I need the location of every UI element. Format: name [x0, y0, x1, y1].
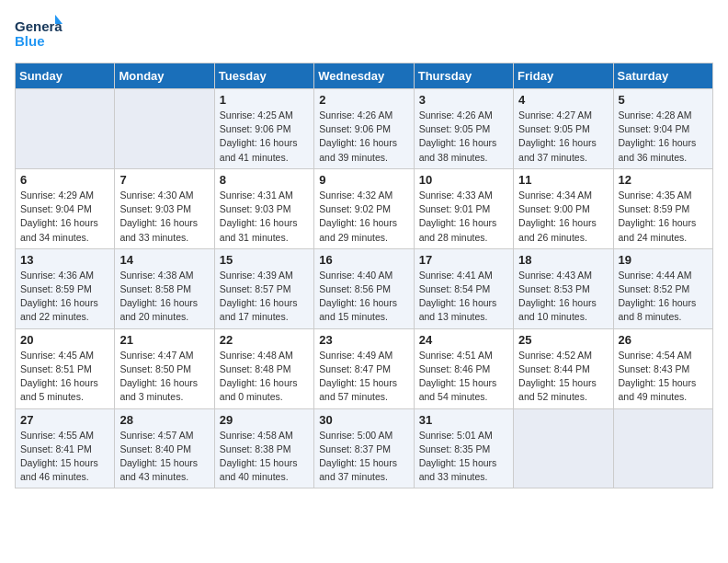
day-info: Sunrise: 4:55 AMSunset: 8:41 PMDaylight:… — [20, 429, 109, 485]
calendar-cell — [115, 89, 214, 169]
day-info: Sunrise: 4:27 AMSunset: 9:05 PMDaylight:… — [518, 109, 608, 165]
calendar-cell: 17Sunrise: 4:41 AMSunset: 8:54 PMDayligh… — [414, 248, 513, 328]
day-info: Sunrise: 4:48 AMSunset: 8:48 PMDaylight:… — [220, 349, 309, 405]
day-info: Sunrise: 4:35 AMSunset: 8:59 PMDaylight:… — [619, 189, 708, 245]
weekday-header-monday: Monday — [115, 63, 214, 89]
day-number: 20 — [20, 333, 109, 347]
calendar-cell: 5Sunrise: 4:28 AMSunset: 9:04 PMDaylight… — [613, 89, 712, 169]
day-number: 11 — [518, 173, 608, 187]
calendar-cell: 11Sunrise: 4:34 AMSunset: 9:00 PMDayligh… — [514, 168, 613, 248]
calendar-week-row: 1Sunrise: 4:25 AMSunset: 9:06 PMDaylight… — [16, 89, 713, 169]
calendar-cell: 23Sunrise: 4:49 AMSunset: 8:47 PMDayligh… — [314, 328, 414, 408]
day-number: 23 — [319, 333, 408, 347]
day-info: Sunrise: 4:57 AMSunset: 8:40 PMDaylight:… — [119, 429, 209, 485]
day-info: Sunrise: 5:00 AMSunset: 8:37 PMDaylight:… — [319, 429, 408, 485]
calendar-cell: 13Sunrise: 4:36 AMSunset: 8:59 PMDayligh… — [16, 248, 115, 328]
day-number: 4 — [518, 93, 608, 107]
day-info: Sunrise: 4:30 AMSunset: 9:03 PMDaylight:… — [119, 189, 209, 245]
calendar-cell: 7Sunrise: 4:30 AMSunset: 9:03 PMDaylight… — [115, 168, 214, 248]
day-number: 25 — [518, 333, 608, 347]
weekday-header-sunday: Sunday — [16, 63, 115, 89]
day-info: Sunrise: 4:33 AMSunset: 9:01 PMDaylight:… — [419, 189, 508, 245]
day-number: 15 — [220, 253, 309, 267]
calendar-cell: 10Sunrise: 4:33 AMSunset: 9:01 PMDayligh… — [414, 168, 513, 248]
calendar-cell: 20Sunrise: 4:45 AMSunset: 8:51 PMDayligh… — [16, 328, 115, 408]
day-number: 30 — [319, 413, 408, 427]
calendar-cell: 28Sunrise: 4:57 AMSunset: 8:40 PMDayligh… — [115, 408, 214, 488]
day-number: 13 — [20, 253, 109, 267]
weekday-header-tuesday: Tuesday — [214, 63, 313, 89]
day-number: 21 — [119, 333, 209, 347]
calendar-cell: 9Sunrise: 4:32 AMSunset: 9:02 PMDaylight… — [314, 168, 414, 248]
day-info: Sunrise: 4:45 AMSunset: 8:51 PMDaylight:… — [20, 349, 109, 405]
calendar-cell: 24Sunrise: 4:51 AMSunset: 8:46 PMDayligh… — [414, 328, 513, 408]
day-number: 24 — [419, 333, 508, 347]
calendar-cell: 12Sunrise: 4:35 AMSunset: 8:59 PMDayligh… — [613, 168, 712, 248]
day-info: Sunrise: 4:47 AMSunset: 8:50 PMDaylight:… — [119, 349, 209, 405]
day-number: 17 — [419, 253, 508, 267]
day-number: 16 — [319, 253, 408, 267]
calendar-cell: 21Sunrise: 4:47 AMSunset: 8:50 PMDayligh… — [115, 328, 214, 408]
calendar-week-row: 13Sunrise: 4:36 AMSunset: 8:59 PMDayligh… — [16, 248, 713, 328]
calendar-cell: 18Sunrise: 4:43 AMSunset: 8:53 PMDayligh… — [514, 248, 613, 328]
calendar-cell: 15Sunrise: 4:39 AMSunset: 8:57 PMDayligh… — [214, 248, 313, 328]
day-number: 29 — [220, 413, 309, 427]
day-number: 1 — [220, 93, 309, 107]
calendar-cell: 19Sunrise: 4:44 AMSunset: 8:52 PMDayligh… — [613, 248, 712, 328]
day-info: Sunrise: 4:51 AMSunset: 8:46 PMDaylight:… — [419, 349, 508, 405]
calendar-table: SundayMondayTuesdayWednesdayThursdayFrid… — [15, 63, 713, 488]
day-number: 27 — [20, 413, 109, 427]
calendar-cell: 31Sunrise: 5:01 AMSunset: 8:35 PMDayligh… — [414, 408, 513, 488]
weekday-header-wednesday: Wednesday — [314, 63, 414, 89]
weekday-header-friday: Friday — [514, 63, 613, 89]
day-info: Sunrise: 4:34 AMSunset: 9:00 PMDaylight:… — [518, 189, 608, 245]
calendar-cell: 14Sunrise: 4:38 AMSunset: 8:58 PMDayligh… — [115, 248, 214, 328]
calendar-cell: 29Sunrise: 4:58 AMSunset: 8:38 PMDayligh… — [214, 408, 313, 488]
day-info: Sunrise: 4:26 AMSunset: 9:05 PMDaylight:… — [419, 109, 508, 165]
calendar-week-row: 27Sunrise: 4:55 AMSunset: 8:41 PMDayligh… — [16, 408, 713, 488]
weekday-header-saturday: Saturday — [613, 63, 712, 89]
day-info: Sunrise: 4:41 AMSunset: 8:54 PMDaylight:… — [419, 269, 508, 325]
day-info: Sunrise: 4:28 AMSunset: 9:04 PMDaylight:… — [619, 109, 708, 165]
day-info: Sunrise: 4:39 AMSunset: 8:57 PMDaylight:… — [220, 269, 309, 325]
calendar-cell: 27Sunrise: 4:55 AMSunset: 8:41 PMDayligh… — [16, 408, 115, 488]
calendar-week-row: 6Sunrise: 4:29 AMSunset: 9:04 PMDaylight… — [16, 168, 713, 248]
calendar-cell: 16Sunrise: 4:40 AMSunset: 8:56 PMDayligh… — [314, 248, 414, 328]
day-info: Sunrise: 4:26 AMSunset: 9:06 PMDaylight:… — [319, 109, 408, 165]
page-header: GeneralBlue — [15, 15, 713, 53]
logo: GeneralBlue — [15, 15, 63, 53]
day-number: 28 — [119, 413, 209, 427]
calendar-cell: 26Sunrise: 4:54 AMSunset: 8:43 PMDayligh… — [613, 328, 712, 408]
calendar-cell — [16, 89, 115, 169]
weekday-header-row: SundayMondayTuesdayWednesdayThursdayFrid… — [16, 63, 713, 89]
calendar-cell: 22Sunrise: 4:48 AMSunset: 8:48 PMDayligh… — [214, 328, 313, 408]
day-number: 8 — [220, 173, 309, 187]
day-info: Sunrise: 4:58 AMSunset: 8:38 PMDaylight:… — [220, 429, 309, 485]
day-number: 10 — [419, 173, 508, 187]
calendar-cell: 25Sunrise: 4:52 AMSunset: 8:44 PMDayligh… — [514, 328, 613, 408]
day-number: 26 — [619, 333, 708, 347]
calendar-cell: 6Sunrise: 4:29 AMSunset: 9:04 PMDaylight… — [16, 168, 115, 248]
calendar-cell — [613, 408, 712, 488]
calendar-week-row: 20Sunrise: 4:45 AMSunset: 8:51 PMDayligh… — [16, 328, 713, 408]
day-number: 3 — [419, 93, 508, 107]
calendar-cell: 2Sunrise: 4:26 AMSunset: 9:06 PMDaylight… — [314, 89, 414, 169]
day-info: Sunrise: 4:52 AMSunset: 8:44 PMDaylight:… — [518, 349, 608, 405]
calendar-cell: 30Sunrise: 5:00 AMSunset: 8:37 PMDayligh… — [314, 408, 414, 488]
day-info: Sunrise: 4:32 AMSunset: 9:02 PMDaylight:… — [319, 189, 408, 245]
day-number: 31 — [419, 413, 508, 427]
day-number: 2 — [319, 93, 408, 107]
calendar-cell: 1Sunrise: 4:25 AMSunset: 9:06 PMDaylight… — [214, 89, 313, 169]
day-info: Sunrise: 4:36 AMSunset: 8:59 PMDaylight:… — [20, 269, 109, 325]
day-info: Sunrise: 4:31 AMSunset: 9:03 PMDaylight:… — [220, 189, 309, 245]
logo-svg: GeneralBlue — [15, 15, 63, 53]
day-info: Sunrise: 4:29 AMSunset: 9:04 PMDaylight:… — [20, 189, 109, 245]
day-number: 9 — [319, 173, 408, 187]
day-number: 14 — [119, 253, 209, 267]
calendar-cell: 4Sunrise: 4:27 AMSunset: 9:05 PMDaylight… — [514, 89, 613, 169]
day-number: 6 — [20, 173, 109, 187]
svg-text:Blue: Blue — [15, 33, 45, 49]
day-info: Sunrise: 4:54 AMSunset: 8:43 PMDaylight:… — [619, 349, 708, 405]
day-number: 12 — [619, 173, 708, 187]
day-info: Sunrise: 4:44 AMSunset: 8:52 PMDaylight:… — [619, 269, 708, 325]
